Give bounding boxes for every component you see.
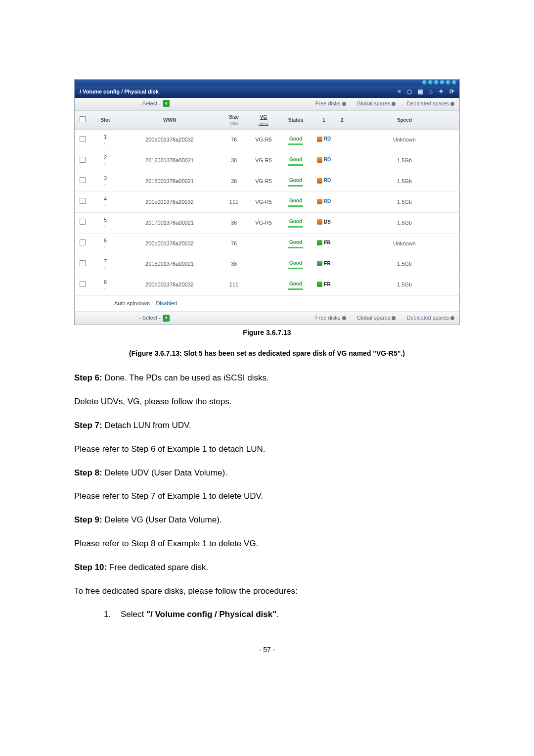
free-disks-button[interactable]: Free disks: [315, 100, 346, 107]
speed-cell: 1.5Gb: [350, 150, 459, 171]
dedicated-spares-button[interactable]: Dedicated spares: [406, 100, 454, 107]
size-cell: 38: [219, 212, 249, 233]
size-cell: 111: [219, 275, 249, 295]
row-checkbox[interactable]: [80, 260, 86, 266]
slot-cell: 4○: [90, 192, 120, 213]
role-cell: FR: [313, 275, 335, 295]
slot-cell: 8○: [90, 275, 120, 295]
step6-label: Step 6:: [74, 373, 102, 382]
status-cell: Good: [278, 254, 313, 275]
role-icon: [317, 157, 322, 163]
breadcrumb: / Volume config / Physical disk: [80, 88, 159, 95]
toolbar-icons[interactable]: ≡ ◌ ▣ ⌂ ✦ ⟳: [398, 88, 454, 96]
list-icon: ≡: [398, 88, 401, 96]
vg-cell: VG-R5: [249, 192, 278, 213]
row-checkbox[interactable]: [80, 281, 86, 287]
col-slot: Slot: [90, 111, 120, 130]
slot-cell: 6○: [90, 233, 120, 254]
physical-disk-panel: / Volume config / Physical disk ≡ ◌ ▣ ⌂ …: [74, 79, 460, 325]
role-icon: [317, 240, 322, 245]
wwn-cell: 2015001378a00021: [120, 254, 219, 275]
table-row: 8○200b001378a20032111GoodFR1.5Gb: [75, 275, 459, 295]
slot-cell: 7○: [90, 254, 120, 275]
wwn-cell: 2017001378a00021: [120, 212, 219, 233]
speed-cell: Unknown: [350, 233, 459, 254]
speed-cell: 1.5Gb: [350, 275, 459, 295]
role-icon: [317, 261, 322, 266]
table-row: 2○2016001378a0002138VG-R5GoodRD1.5Gb: [75, 150, 459, 171]
spindown-row: Auto spindown : Disabled: [75, 296, 459, 312]
speed-cell: 1.5Gb: [350, 192, 459, 213]
wwn-cell: 2018001378a00021: [120, 171, 219, 192]
step8-label: Step 8:: [74, 468, 102, 477]
vg-cell: [249, 233, 278, 254]
list-item-1: 1.Select "/ Volume config / Physical dis…: [104, 609, 460, 620]
select-dropdown[interactable]: - Select - ▾: [80, 100, 170, 107]
global-spares-button[interactable]: Global spares: [357, 314, 396, 322]
global-spares-button[interactable]: Global spares: [357, 100, 396, 107]
col-status: Status: [278, 111, 313, 130]
row-checkbox[interactable]: [80, 219, 86, 225]
step9-label: Step 9:: [74, 515, 102, 524]
role-cell: FR: [313, 233, 335, 254]
col-speed: Speed: [350, 111, 459, 130]
body-text: Step 6: Done. The PDs can be used as iSC…: [74, 372, 460, 620]
refresh-icon: ⟳: [449, 88, 454, 96]
col-size: Size(GB): [219, 111, 249, 130]
slot-cell: 3○: [90, 171, 120, 192]
wwn-cell: 200a001378a20032: [120, 130, 219, 150]
vg-cell: VG-R5: [249, 150, 278, 171]
role-icon: [317, 178, 322, 184]
row-checkbox[interactable]: [80, 136, 86, 142]
spindown-label: Auto spindown :: [114, 300, 153, 306]
select-dropdown-bottom[interactable]: - Select - ▾: [80, 314, 170, 322]
row-checkbox[interactable]: [80, 177, 86, 183]
row-checkbox[interactable]: [80, 198, 86, 204]
dedicated-spares-button[interactable]: Dedicated spares: [406, 314, 454, 322]
table-row: 6○200d001378a2003276GoodFRUnknown: [75, 233, 459, 254]
vg-cell: [249, 275, 278, 295]
size-cell: 76: [219, 130, 249, 150]
row-checkbox[interactable]: [80, 157, 86, 163]
role-icon: [317, 137, 322, 142]
status-cell: Good: [278, 130, 313, 150]
size-cell: 38: [219, 150, 249, 171]
col-wwn: WWN: [120, 111, 219, 130]
status-cell: Good: [278, 171, 313, 192]
row-checkbox[interactable]: [80, 239, 86, 245]
user-icon: ◌: [407, 88, 412, 96]
status-cell: Good: [278, 233, 313, 254]
spindown-value[interactable]: Disabled: [156, 300, 177, 306]
chevron-down-icon: ▾: [163, 315, 170, 322]
role-icon: [317, 219, 322, 225]
figure-caption: (Figure 3.6.7.13: Slot 5 has been set as…: [74, 349, 460, 359]
step10-label: Step 10:: [74, 563, 107, 572]
step7-label: Step 7:: [74, 421, 102, 430]
panel-decoration: [75, 80, 459, 86]
free-disks-button[interactable]: Free disks: [315, 314, 346, 322]
vg-cell: [249, 254, 278, 275]
size-cell: 76: [219, 233, 249, 254]
disk-table: Slot WWN Size(GB) VGname Status 1 2 Spee…: [75, 111, 459, 295]
table-row: 7○2015001378a0002138GoodFR1.5Gb: [75, 254, 459, 275]
role-icon: [317, 282, 322, 287]
role-cell: DS: [313, 212, 335, 233]
save-icon: ▣: [418, 88, 423, 96]
vg-cell: VG-R5: [249, 130, 278, 150]
select-all-checkbox[interactable]: [80, 116, 86, 122]
role-cell: RD: [313, 150, 335, 171]
table-row: 4○200c001378a20032111VG-R5GoodRD1.5Gb: [75, 192, 459, 213]
panel-title-bar: / Volume config / Physical disk ≡ ◌ ▣ ⌂ …: [75, 86, 459, 98]
col-2: 2: [335, 111, 350, 130]
figure-label: Figure 3.6.7.13: [74, 328, 460, 338]
action-row-top: - Select - ▾ Free disks Global spares De…: [75, 98, 459, 111]
col-1: 1: [313, 111, 335, 130]
home-icon: ⌂: [429, 88, 433, 96]
speed-cell: 1.5Gb: [350, 212, 459, 233]
table-row: 5○2017001378a0002138VG-R5GoodDS1.5Gb: [75, 212, 459, 233]
wwn-cell: 200d001378a20032: [120, 233, 219, 254]
wwn-cell: 200b001378a20032: [120, 275, 219, 295]
action-row-bottom: - Select - ▾ Free disks Global spares De…: [75, 312, 459, 325]
wwn-cell: 200c001378a20032: [120, 192, 219, 213]
wwn-cell: 2016001378a00021: [120, 150, 219, 171]
